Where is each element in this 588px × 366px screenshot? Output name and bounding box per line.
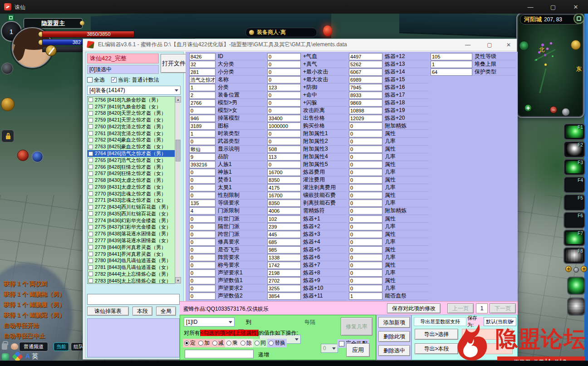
list-item[interactable]: 2781 [8443]临凡谪仙逍遥盔（女） [88,264,180,271]
global-button[interactable]: 全局 [156,307,176,316]
item-checkbox[interactable] [88,151,93,156]
field-value-input[interactable]: 0 [267,76,301,83]
list-item[interactable]: 2767 [8429]狂情之惊才盔（女） [88,170,180,177]
list-item[interactable]: 2770 [8432]忠魂之惊才盔（男） [88,190,180,197]
field-value-input[interactable]: 0 [349,231,382,238]
export-selection-button[interactable]: 导出>选择 [415,329,458,340]
field-value-input[interactable]: 3189 [189,122,216,130]
category-dropdown[interactable]: [4]装备(14147) [87,86,181,95]
item-checkbox[interactable] [88,165,93,169]
list-item[interactable]: 2766 [8428]狂情之惊才盔（男） [88,164,180,171]
weapon-orb-icon[interactable] [45,45,57,56]
skillbar-expand-plus-icon[interactable]: ✚ [565,266,572,272]
field-value-input[interactable]: 7945 [349,84,382,91]
list-item[interactable]: 2756 [8418]九焕金纱盔（男） [88,97,180,103]
field-value-input[interactable]: 0 [189,107,216,114]
item-checkbox[interactable] [88,259,93,263]
field-value-input[interactable]: 123 [267,84,301,91]
field-value-input[interactable]: 4006 [267,207,301,215]
guild-icon[interactable] [7,14,15,21]
field-value-input[interactable]: 0 [349,169,382,176]
counting-mode-checkbox[interactable] [111,77,117,83]
field-value-input[interactable]: 8350 [267,200,301,207]
drop-table-button[interactable]: 诛仙掉落表 [87,307,129,316]
field-value-input[interactable]: 33400 [267,115,301,122]
field-value-input[interactable]: 0 [349,285,382,292]
field-value-input[interactable]: 0 [349,122,382,130]
item-checkbox[interactable] [88,191,93,196]
item-checkbox[interactable] [88,111,93,116]
operation-radio-option[interactable]: 乘 [225,339,239,347]
field-value-input[interactable]: 6067 [349,68,382,76]
skill-slot[interactable]: F4 [564,176,585,193]
field-value-input[interactable]: 0 [267,92,301,99]
day-night-orb-icon[interactable] [562,108,570,116]
field-value-input[interactable]: 4497 [349,53,382,60]
item-checkbox[interactable] [88,265,93,270]
field-value-input[interactable]: 0 [349,161,382,168]
list-scrollbar[interactable]: ▲ ▼ [175,96,181,284]
field-value-input[interactable]: 685 [267,239,301,246]
field-value-input[interactable]: 0 [189,254,216,261]
skill-slot[interactable]: F7 [564,229,585,246]
field-value-input[interactable]: 32 [189,61,216,68]
field-value-input[interactable]: 0 [349,192,382,199]
editor-close-button[interactable]: ✕ [500,39,518,51]
list-item[interactable]: 2780 [8442]临凡谪仙逍遥盔（男） [88,257,180,264]
field-value-input[interactable]: 1 [431,61,472,68]
field-value-input[interactable]: 8933 [349,92,382,99]
field-value-input[interactable]: 5262 [349,61,382,68]
field-value-input[interactable]: 0 [267,130,301,137]
scrollbar-thumb[interactable] [176,140,181,161]
field-value-input[interactable]: 3854 [267,293,301,300]
operation-radio-option[interactable]: 除 [239,339,253,347]
field-value-input[interactable]: 0 [349,239,382,246]
list-item[interactable]: 2774 [8436]幻彩华光金缕盔（男） [88,217,180,224]
skill-slot[interactable]: F6 [564,212,585,229]
spiral-menu-icon[interactable] [1,63,13,74]
field-value-input[interactable]: 0 [189,184,216,191]
field-value-input[interactable]: 0 [349,146,382,153]
field-value-input[interactable]: 0 [349,176,382,184]
page-number-input[interactable]: 1 [476,303,488,313]
field-value-input[interactable]: 985 [267,246,301,254]
field-value-input[interactable]: 281 [189,68,216,76]
field-value-input[interactable]: 1 [349,293,382,300]
item-checkbox[interactable] [88,198,93,203]
chat-shell-icon[interactable] [11,343,18,350]
item-checkbox[interactable] [88,225,93,229]
list-item[interactable]: 2779 [8441]界河真君灵盔（女） [88,251,180,258]
field-value-input[interactable]: 0 [189,269,216,277]
field-value-input[interactable]: 0 [349,207,382,215]
field-value-input[interactable]: 1000000 [267,122,301,130]
list-item[interactable]: 2782 [8444]太上忘情炼心盔（男） [88,271,180,278]
item-checkbox[interactable] [88,131,93,136]
field-value-input[interactable]: 6989 [349,76,382,83]
field-value-input[interactable]: 508 [267,146,301,153]
ime-indicator[interactable]: A 英 [25,352,38,361]
item-checkbox[interactable] [88,252,93,256]
field-value-input[interactable]: 16700 [267,169,301,176]
operation-radio-option[interactable]: 减 [211,339,225,347]
export-segment-button[interactable]: 导出>本段 [415,343,458,354]
pet-red-icon[interactable] [17,150,29,161]
map-toggle-button[interactable] [573,13,584,24]
field-value-input[interactable]: 0 [267,68,301,76]
minimap[interactable] [516,13,584,118]
add-item-button[interactable]: 添加新项 [378,317,410,328]
item-checkbox[interactable] [88,124,93,129]
operation-radio-option[interactable]: 定 [183,339,197,347]
item-checkbox[interactable] [88,245,93,249]
item-checkbox[interactable] [88,272,93,276]
field-value-input[interactable]: 105 [431,53,472,60]
os-titlebar[interactable]: 诛仙 — ▢ ✕ [0,0,588,14]
exact-match-checkbox[interactable] [339,341,344,346]
field-value-input[interactable]: 0 [189,277,216,284]
field-value-input[interactable]: 0 [267,53,301,60]
field-value-input[interactable]: 0 [349,262,382,269]
field-value-input[interactable]: 64 [431,68,472,76]
field-value-input[interactable]: 0 [189,285,216,292]
list-item[interactable]: 2776 [8438]落花逐水困情盔（男） [88,230,180,237]
delete-selected-button[interactable]: 删除选中 [378,345,410,356]
field-value-input[interactable]: 8426 [189,53,216,60]
